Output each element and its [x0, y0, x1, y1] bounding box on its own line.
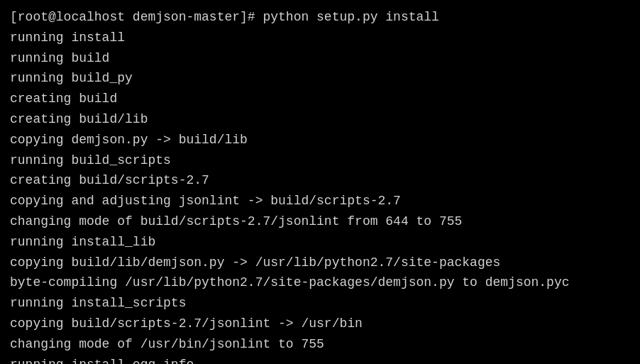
terminal-line: copying build/lib/demjson.py -> /usr/lib… [10, 253, 630, 273]
terminal-line: running build_py [10, 68, 630, 89]
terminal-line: creating build/scripts-2.7 [10, 170, 630, 191]
terminal-line: [root@localhost demjson-master]# python … [10, 7, 630, 28]
terminal-line: changing mode of build/scripts-2.7/jsonl… [10, 211, 630, 232]
terminal-line: running install_egg_info [10, 355, 630, 364]
terminal-line: creating build/lib [10, 109, 630, 130]
terminal-line: running build [10, 48, 630, 69]
terminal-line: running build_scripts [10, 150, 630, 171]
terminal-line: creating build [10, 89, 630, 109]
terminal-line: byte-compiling /usr/lib/python2.7/site-p… [10, 272, 630, 293]
terminal-line: copying demjson.py -> build/lib [10, 130, 630, 150]
terminal-line: running install_lib [10, 232, 630, 253]
terminal-line: running install [10, 28, 630, 48]
terminal-line: copying and adjusting jsonlint -> build/… [10, 191, 630, 211]
terminal-line: changing mode of /usr/bin/jsonlint to 75… [10, 334, 630, 355]
terminal-line: running install_scripts [10, 293, 630, 314]
terminal-line: copying build/scripts-2.7/jsonlint -> /u… [10, 314, 630, 334]
terminal: [root@localhost demjson-master]# python … [10, 7, 630, 357]
